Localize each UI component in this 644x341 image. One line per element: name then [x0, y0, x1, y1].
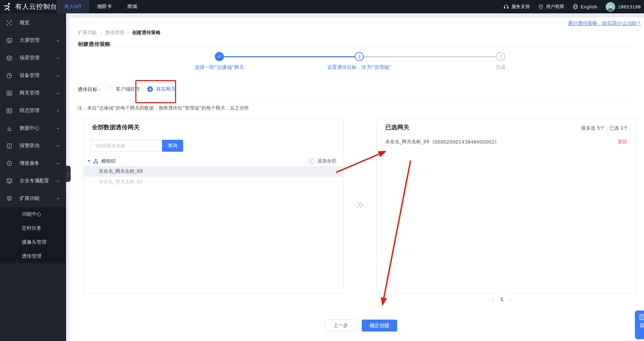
radio-off-icon	[107, 86, 112, 92]
confirm-create-button[interactable]: 确定创建	[362, 320, 397, 332]
sidebar-item-function-center[interactable]: 功能中心	[0, 207, 66, 221]
sidebar-item-bigscreen[interactable]: 大屏管理	[0, 32, 66, 49]
transfer-right-icon[interactable]	[355, 199, 364, 210]
support-menu[interactable]: 服务支持	[503, 4, 530, 10]
headset-icon	[503, 4, 509, 9]
sidebar-item-device[interactable]: 设备管理	[0, 67, 66, 84]
top-tab-mall[interactable]: 商城	[120, 0, 145, 13]
consult-label: 咨	[639, 322, 644, 329]
sidebar-item-label: 场景管理	[20, 55, 56, 61]
extensions-submenu: 功能中心 定时任务 摄像头管理 透传管理	[0, 207, 66, 263]
step-2-label: 设置透传目标，作为“管理端”	[296, 64, 423, 71]
radio-real-gateway[interactable]: 真实网关	[147, 86, 176, 92]
image-icon	[6, 108, 12, 114]
sidebar-item-passthrough-mgmt[interactable]: 透传管理	[0, 249, 66, 263]
topbar: 有人云控制台 有人IoT 物联卡 商城 服务支持	[0, 0, 644, 13]
sidebar-item-alarm[interactable]: 报警联动	[0, 137, 66, 155]
pagination-next[interactable]: ›	[509, 296, 511, 302]
sidebar-item-label: 网关管理	[20, 90, 56, 96]
selection-limit-text: 最多选 5个，已选 1个	[581, 125, 628, 131]
permissions-label: 用户权限	[546, 4, 564, 10]
sidebar-item-label: 设备管理	[20, 72, 56, 79]
pagination-prev[interactable]: ‹	[492, 296, 494, 302]
selected-gateways-title: 已选网关	[385, 123, 409, 131]
step-3-circle: 3	[496, 52, 505, 61]
language-label: English	[581, 4, 597, 9]
breadcrumb-item[interactable]: 透传管理	[105, 29, 124, 36]
sidebar-item-scada[interactable]: 组态管理	[0, 102, 66, 119]
org-icon	[93, 159, 98, 164]
org-tree-root[interactable]: 根组织	[88, 157, 116, 165]
permissions-menu[interactable]: 用户权限	[538, 4, 564, 10]
chevron-down-icon	[56, 126, 60, 130]
sidebar-item-label: 增值服务	[20, 160, 56, 166]
chevron-down-icon	[56, 162, 60, 165]
pagination: ‹ 1 ›	[492, 296, 511, 302]
breadcrumb: 扩展功能 › 透传管理 › 创建透传策略	[78, 29, 161, 36]
sidebar-collapse-handle[interactable]: ‹	[66, 166, 71, 182]
chevron-down-icon	[56, 91, 60, 95]
logo[interactable]: 有人云控制台	[3, 0, 57, 13]
selected-gateway-item: 未命名_网关名称_89 (00002000143848000002)	[385, 139, 497, 145]
gateway-row-60[interactable]: 未命名_网关名称_60	[84, 177, 343, 187]
org-root-label: 根组织	[101, 158, 116, 164]
step-1-label: 选择一组“边缘端”网关	[167, 64, 272, 71]
value-service-icon	[6, 160, 12, 166]
cube-icon	[6, 55, 12, 61]
top-tab-sim[interactable]: 物联卡	[89, 0, 120, 13]
step-3-label: 完成	[483, 64, 518, 71]
add-all-button[interactable]: 添加全部	[308, 157, 336, 165]
support-label: 服务支持	[511, 4, 530, 10]
sidebar-item-vas[interactable]: 增值服务	[0, 155, 66, 172]
breadcrumb-separator: ›	[127, 29, 129, 36]
gateway-icon	[6, 90, 12, 96]
gateway-search-input[interactable]	[91, 140, 162, 152]
account-phone: 18653198	[618, 4, 641, 9]
header-divider	[78, 46, 637, 47]
sidebar-item-overview[interactable]: 概览	[0, 14, 66, 32]
document-icon	[639, 314, 644, 320]
chevron-up-icon	[56, 197, 60, 201]
sidebar-item-label: 大屏管理	[20, 37, 56, 44]
breadcrumb-item[interactable]: 扩展功能	[78, 29, 97, 36]
pie-chart-icon	[6, 73, 12, 79]
app-screen: 有人云控制台 有人IoT 物联卡 商城 服务支持	[0, 0, 644, 341]
consult-float-button[interactable]: 咨	[635, 310, 644, 339]
overview-icon	[6, 20, 12, 26]
sidebar-item-camera-mgmt[interactable]: 摄像头管理	[0, 235, 66, 249]
top-tab-iot[interactable]: 有人IoT	[57, 0, 89, 13]
step-line-pending	[364, 56, 496, 57]
transfer-target-label: 透传目标：	[78, 86, 102, 93]
chevron-down-icon	[56, 56, 60, 60]
alarm-icon	[6, 143, 12, 149]
gateway-row-89[interactable]: 未命名_网关名称_89	[84, 166, 343, 177]
search-button[interactable]: 查询	[162, 140, 183, 152]
chevron-down-icon	[56, 74, 60, 78]
page-title: 创建透传策略	[78, 41, 110, 48]
bar-chart-icon	[6, 125, 12, 131]
layers-icon	[6, 196, 12, 202]
sidebar-item-enterprise[interactable]: 企业专属配置	[0, 172, 66, 190]
language-switch[interactable]: English	[573, 4, 597, 9]
sidebar-item-extensions[interactable]: 扩展功能	[0, 190, 66, 207]
chevron-down-icon	[56, 109, 60, 113]
note-text: 注：来自“边缘端”的每个网关的数据，都将透传给“管理端”的每个网关，反之亦然	[78, 105, 249, 111]
sidebar-item-datacenter[interactable]: 数据中心	[0, 119, 66, 137]
account-menu[interactable]: 18653198	[606, 2, 641, 12]
help-link[interactable]: 通过透传策略，能实现什么功能？	[568, 20, 642, 27]
radio-client-software[interactable]: 客户端软件	[107, 86, 140, 92]
sidebar-item-scene[interactable]: 场景管理	[0, 49, 66, 67]
previous-step-button[interactable]: 上一步	[324, 320, 357, 332]
add-circle-icon	[308, 158, 315, 164]
sidebar-item-label: 报警联动	[20, 143, 56, 149]
delete-button[interactable]: 删除	[618, 139, 627, 145]
breadcrumb-separator: ›	[100, 29, 102, 36]
sidebar-item-timed-tasks[interactable]: 定时任务	[0, 221, 66, 235]
sidebar-item-gateway[interactable]: 网关管理	[0, 84, 66, 102]
caret-down-icon	[88, 160, 90, 162]
selected-gateways-panel: 已选网关 最多选 5个，已选 1个 未命名_网关名称_89 (000020001…	[376, 118, 637, 293]
radio-on-icon	[147, 86, 153, 92]
pagination-page-1[interactable]: 1	[500, 296, 504, 302]
logo-text: 有人云控制台	[15, 2, 57, 11]
logo-icon	[3, 2, 12, 11]
